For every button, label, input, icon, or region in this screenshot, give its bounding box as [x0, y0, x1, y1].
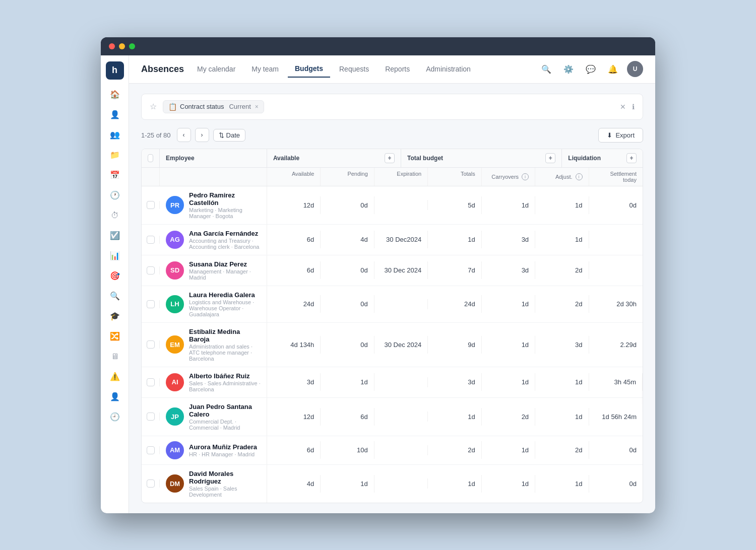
th-employee-group: Employee [160, 149, 267, 167]
nav-my-team[interactable]: My team [244, 61, 286, 77]
favorite-star-icon[interactable]: ☆ [150, 102, 157, 111]
th-liquidation-group: Liquidation + [562, 149, 643, 167]
available-cell: 6d [267, 231, 321, 248]
sidebar-item-screen[interactable]: 🖥 [106, 348, 124, 366]
sidebar-item-clock2[interactable]: ⏱ [106, 207, 124, 225]
totals-cell: 24d [428, 295, 481, 313]
row-checkbox[interactable] [142, 236, 160, 244]
nav-administration[interactable]: Administration [419, 61, 478, 77]
sh-available: Available [267, 168, 321, 186]
employee-cell: LH Laura Heredia Galera Logistics and Wa… [160, 286, 267, 322]
row-checkbox[interactable] [142, 300, 160, 308]
minimize-dot[interactable] [119, 43, 125, 49]
search-button[interactable]: 🔍 [538, 61, 554, 77]
export-icon: ⬇ [607, 131, 612, 139]
pending-cell: 1d [321, 373, 374, 391]
employee-info: Ana García Fernández Accounting and Trea… [189, 230, 261, 250]
export-button[interactable]: ⬇ Export [598, 128, 643, 143]
settings-button[interactable]: ⚙️ [560, 61, 577, 77]
row-checkbox[interactable] [142, 446, 160, 454]
employee-name: Laura Heredia Galera [189, 291, 261, 299]
employee-detail: Commercial Dept. · Commercial · Madrid [189, 419, 261, 431]
filter-chip-contract-status[interactable]: 📋 Contract status Current × [163, 100, 264, 113]
sidebar-item-clock[interactable]: 🕐 [106, 186, 124, 204]
filter-chip-remove-icon[interactable]: × [255, 103, 259, 110]
sidebar-item-target[interactable]: 🎯 [106, 267, 124, 285]
row-checkbox[interactable] [142, 201, 160, 209]
adjust-cell: 1d [535, 231, 589, 248]
sidebar-item-person[interactable]: 👤 [106, 106, 124, 124]
nav-actions: 🔍 ⚙️ 💬 🔔 U [538, 61, 643, 77]
th-checkbox-group [142, 149, 160, 167]
settlement-cell: 3h 45m [589, 373, 643, 391]
pending-cell: 0d [321, 196, 374, 214]
employee-name: David Morales Rodríguez [189, 470, 261, 485]
row-checkbox[interactable] [142, 340, 160, 349]
sidebar-item-team[interactable]: 👥 [106, 126, 124, 144]
th-available-label: Available [273, 155, 299, 162]
notification-button[interactable]: 🔔 [605, 61, 621, 77]
carryovers-cell: 1d [482, 441, 535, 459]
filter-bar-close-icon[interactable]: ✕ [620, 103, 626, 111]
available-add-button[interactable]: + [385, 153, 395, 163]
adjust-cell: 2d [535, 295, 589, 313]
sidebar-item-chart[interactable]: 📊 [106, 247, 124, 265]
nav-budgets[interactable]: Budgets [288, 60, 330, 78]
employee-name: Ana García Fernández [189, 230, 261, 237]
th-total-budget-group: Total budget + [401, 149, 562, 167]
sidebar-item-search[interactable]: 🔍 [106, 287, 124, 305]
pagination-next-button[interactable]: › [195, 128, 209, 142]
employee-avatar: AG [166, 231, 184, 249]
pagination-prev-button[interactable]: ‹ [177, 128, 191, 142]
sidebar-item-grad[interactable]: 🎓 [106, 307, 124, 325]
expiration-cell [374, 299, 428, 309]
select-all-checkbox[interactable] [148, 154, 153, 162]
row-checkbox[interactable] [142, 479, 160, 488]
table-controls: 1-25 of 80 ‹ › ⇅ Date ⬇ Export [141, 128, 643, 143]
adjust-cell: 1d [535, 408, 589, 426]
pending-cell: 0d [321, 336, 374, 354]
employee-cell: AG Ana García Fernández Accounting and T… [160, 225, 267, 255]
sidebar: h 🏠 👤 👥 📁 📅 🕐 ⏱ ☑️ 📊 🎯 🔍 🎓 🔀 🖥 ⚠️ 👤 🕘 [101, 55, 129, 513]
sidebar-item-alert[interactable]: ⚠️ [106, 368, 124, 386]
row-checkbox[interactable] [142, 266, 160, 274]
filter-bar-info-icon[interactable]: ℹ [632, 103, 635, 111]
sort-button[interactable]: ⇅ Date [213, 129, 245, 142]
maximize-dot[interactable] [129, 43, 135, 49]
total-budget-add-button[interactable]: + [545, 153, 555, 163]
nav-my-calendar[interactable]: My calendar [190, 61, 242, 77]
row-checkbox[interactable] [142, 412, 160, 421]
sort-label: Date [226, 131, 240, 139]
employee-avatar: AI [166, 373, 184, 391]
app-logo: h [106, 61, 124, 80]
user-avatar[interactable]: U [627, 61, 643, 77]
filter-chip-doc-icon: 📋 [168, 103, 177, 111]
employee-cell: PR Pedro Ramirez Castellón Marketing · M… [160, 186, 267, 224]
close-dot[interactable] [109, 43, 115, 49]
settlement-cell: 1d 56h 24m [589, 408, 643, 426]
sidebar-item-home[interactable]: 🏠 [106, 86, 124, 104]
sidebar-item-user-add[interactable]: 👤 [106, 388, 124, 406]
settlement-cell [589, 265, 643, 276]
sh-spacer [142, 168, 160, 186]
sidebar-item-branch[interactable]: 🔀 [106, 327, 124, 346]
nav-requests[interactable]: Requests [332, 61, 376, 77]
nav-reports[interactable]: Reports [378, 61, 417, 77]
sidebar-item-history[interactable]: 🕘 [106, 408, 124, 426]
sidebar-item-check[interactable]: ☑️ [106, 227, 124, 245]
pending-cell: 0d [321, 261, 374, 279]
app-title: Absences [141, 64, 184, 75]
expiration-cell: 30 Dec2024 [374, 231, 428, 248]
liquidation-add-button[interactable]: + [626, 153, 637, 163]
sidebar-item-calendar[interactable]: 📅 [106, 166, 124, 184]
help-button[interactable]: 💬 [583, 61, 599, 77]
pending-cell: 6d [321, 408, 374, 426]
sort-icon: ⇅ [219, 131, 224, 139]
row-checkbox[interactable] [142, 378, 160, 386]
employee-detail: Sales Spain · Sales Development [189, 486, 261, 498]
table-row: EM Estíbaliz Medina Baroja Administratio… [142, 323, 643, 367]
sidebar-item-folder[interactable]: 📁 [106, 146, 124, 164]
expiration-cell [374, 200, 428, 210]
employee-name: Pedro Ramirez Castellón [189, 191, 261, 207]
available-cell: 12d [267, 196, 321, 214]
